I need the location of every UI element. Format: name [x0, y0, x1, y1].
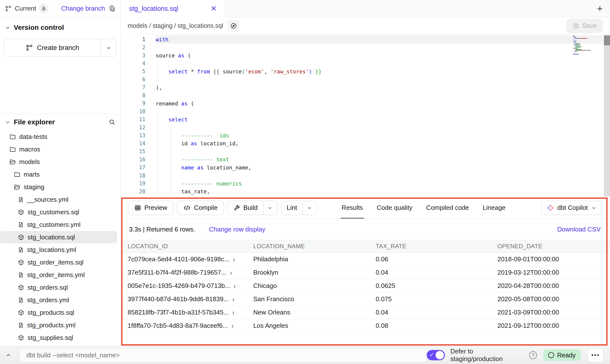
code-line-14[interactable]: 14 id as location_id, [121, 140, 610, 148]
change-branch-link[interactable]: Change branch [61, 5, 105, 12]
tree-item-staging[interactable]: staging [0, 181, 117, 193]
tree-item-stg_customers.sql[interactable]: stg_customers.sql [0, 206, 117, 218]
code-line-3[interactable]: 3source as ( [121, 51, 610, 60]
results-tab-compiled-code[interactable]: Compiled code [419, 197, 476, 219]
create-branch-dropdown[interactable] [101, 39, 116, 56]
tree-item-stg_locations.yml[interactable]: stg_locations.yml [0, 244, 117, 256]
more-options-button[interactable]: ••• [588, 348, 604, 362]
results-tab-results[interactable]: Results [335, 197, 370, 219]
model-icon [18, 284, 24, 291]
results-tab-code-quality[interactable]: Code quality [370, 197, 419, 219]
code-line-5[interactable]: 5 select * from {{ source('ecom', 'raw_s… [121, 67, 610, 76]
create-branch-main[interactable]: Create branch [4, 39, 101, 56]
tree-item-stg_locations.sql[interactable]: stg_locations.sql [0, 231, 117, 243]
tree-item-stg_supplies.sql[interactable]: stg_supplies.sql [0, 331, 117, 344]
file-explorer-title: File explorer [14, 118, 55, 126]
file-explorer-section: File explorer data-testsmacrosmodelsmart… [0, 114, 120, 346]
download-csv-link[interactable]: Download CSV [557, 226, 601, 233]
tree-item-models[interactable]: models [0, 156, 117, 168]
new-tab-button[interactable]: + [594, 3, 606, 14]
tree-item-stg_products.sql[interactable]: stg_products.sql [0, 306, 117, 319]
code-line-15[interactable]: 15 [121, 148, 610, 156]
cell-location_name: Los Angeles [246, 322, 369, 330]
expand-row-icon[interactable]: › [233, 255, 235, 263]
toggle-knob [436, 351, 444, 359]
tree-item-macros[interactable]: macros [0, 143, 117, 155]
close-tab-icon[interactable]: ✕ [211, 5, 217, 12]
code-lines: 1with23source as (45 select * from {{ so… [121, 35, 610, 196]
tree-item-stg_orders.yml[interactable]: stg_orders.yml [0, 294, 117, 306]
change-row-display-link[interactable]: Change row display [209, 226, 265, 233]
code-line-18[interactable]: 18 [121, 172, 610, 180]
tree-item-stg_products.yml[interactable]: stg_products.yml [0, 319, 117, 331]
tree-item-data-tests[interactable]: data-tests [0, 131, 117, 143]
command-input[interactable]: dbt build --select <model_name> [20, 348, 427, 362]
code-text: select [156, 116, 187, 123]
model-icon [18, 234, 24, 241]
results-tab-lineage[interactable]: Lineage [476, 197, 512, 219]
explore-compass-icon[interactable] [228, 20, 239, 32]
search-icon[interactable] [109, 119, 116, 126]
build-main[interactable]: Build [228, 201, 263, 215]
code-line-10[interactable]: 10 [121, 108, 610, 116]
code-line-16[interactable]: 16 ---------- text [121, 156, 610, 164]
expand-row-icon[interactable]: › [232, 295, 234, 303]
code-line-7[interactable]: 7), [121, 83, 610, 92]
code-line-1[interactable]: 1with [121, 35, 610, 44]
tree-item-stg_order_items.yml[interactable]: stg_order_items.yml [0, 269, 117, 281]
file-explorer-header[interactable]: File explorer [0, 114, 120, 130]
compile-button[interactable]: Compile [177, 201, 223, 215]
expand-row-icon[interactable]: › [231, 322, 233, 330]
results-panel: Preview Compile Build Lint [121, 197, 610, 346]
line-number: 11 [121, 116, 156, 122]
code-line-2[interactable]: 2 [121, 44, 610, 52]
dbt-copilot-button[interactable]: dbt Copilot [542, 201, 602, 215]
editor-scrollbar-thumb[interactable] [604, 35, 610, 45]
model-icon [18, 309, 24, 316]
expand-row-icon[interactable]: › [230, 269, 232, 276]
collapse-panel-button[interactable] [0, 346, 17, 364]
tree-item-stg_customers.yml[interactable]: stg_customers.yml [0, 218, 117, 231]
code-line-4[interactable]: 4 [121, 60, 610, 68]
indent-guide [158, 108, 158, 116]
defer-label: Defer to staging/production [450, 347, 527, 363]
line-number: 5 [121, 68, 156, 74]
code-line-8[interactable]: 8 [121, 92, 610, 100]
defer-toggle[interactable]: ✓ [427, 350, 445, 360]
build-dropdown[interactable] [263, 201, 277, 215]
floppy-disk-icon [573, 23, 579, 29]
code-line-20[interactable]: 20 tax_rate, [121, 188, 610, 196]
tab-stg-locations-sql[interactable]: stg_locations.sql ✕ [121, 0, 225, 17]
tree-item-__sources.yml[interactable]: __sources.yml [0, 193, 117, 206]
copy-branch-icon[interactable] [109, 5, 116, 12]
preview-button[interactable]: Preview [128, 201, 173, 215]
tree-item-stg_order_items.sql[interactable]: stg_order_items.sql [0, 256, 117, 268]
editor-minimap[interactable] [573, 35, 603, 55]
lint-dropdown[interactable] [303, 201, 316, 215]
expand-row-icon[interactable]: › [234, 282, 236, 290]
editor-scrollbar[interactable] [604, 35, 610, 197]
build-button: Build [228, 201, 277, 215]
help-icon[interactable]: ? [529, 351, 537, 359]
version-control-header[interactable]: Version control [0, 24, 120, 32]
folder-icon [9, 146, 16, 153]
code-editor[interactable]: 1with23source as (45 select * from {{ so… [121, 34, 610, 197]
file-name: models [19, 158, 40, 166]
code-line-12[interactable]: 12 [121, 124, 610, 132]
code-line-6[interactable]: 6 [121, 76, 610, 84]
code-text: source as ( [156, 52, 191, 59]
tree-item-stg_orders.sql[interactable]: stg_orders.sql [0, 281, 117, 294]
code-line-11[interactable]: 11 select [121, 116, 610, 124]
save-button[interactable]: Save [566, 19, 603, 33]
folder-icon [9, 133, 16, 140]
expand-row-icon[interactable]: › [232, 309, 234, 316]
code-line-13[interactable]: 13 ---------- ids [121, 132, 610, 140]
version-control-title: Version control [14, 24, 64, 32]
code-line-19[interactable]: 19 ---------- numerics [121, 180, 610, 188]
code-line-17[interactable]: 17 name as location_name, [121, 164, 610, 172]
cell-location_id: 1f8ffa70-7cb5-4d83-8a7f-9aceef6...› [121, 322, 246, 330]
code-line-9[interactable]: 9renamed as ( [121, 99, 610, 108]
current-branch-label: Current [15, 5, 36, 12]
lint-main[interactable]: Lint [281, 201, 303, 215]
tree-item-marts[interactable]: marts [0, 168, 117, 181]
